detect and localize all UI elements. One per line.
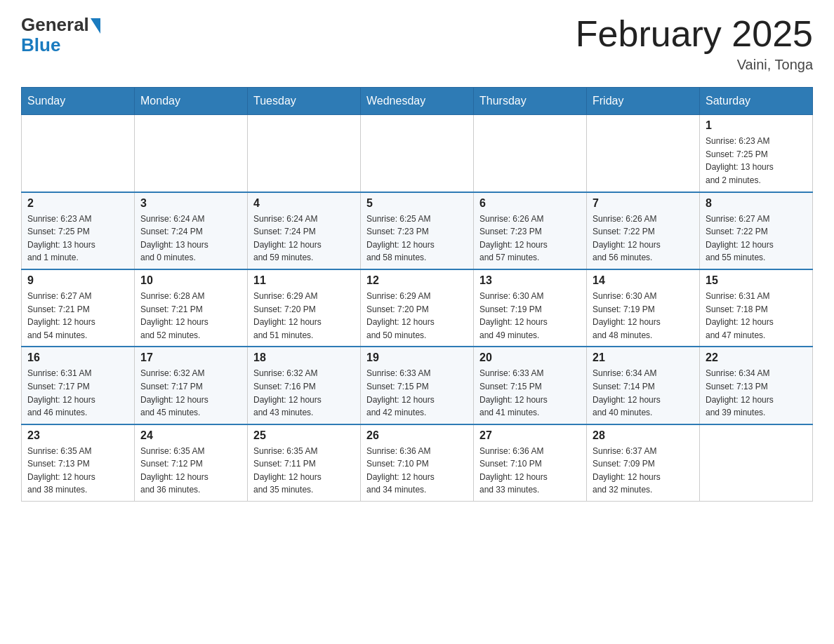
calendar-table: SundayMondayTuesdayWednesdayThursdayFrid…: [21, 87, 813, 502]
logo-triangle-icon: [91, 18, 100, 34]
day-info: Sunrise: 6:30 AM Sunset: 7:19 PM Dayligh…: [479, 290, 581, 342]
day-number: 24: [140, 429, 241, 442]
calendar-cell: 12Sunrise: 6:29 AM Sunset: 7:20 PM Dayli…: [361, 269, 474, 347]
calendar-cell: 2Sunrise: 6:23 AM Sunset: 7:25 PM Daylig…: [22, 192, 135, 269]
day-info: Sunrise: 6:26 AM Sunset: 7:22 PM Dayligh…: [593, 213, 694, 264]
calendar-cell: [248, 115, 361, 192]
day-info: Sunrise: 6:31 AM Sunset: 7:18 PM Dayligh…: [706, 290, 807, 342]
weekday-header-friday: Friday: [587, 88, 700, 115]
calendar-cell: [22, 115, 135, 192]
day-info: Sunrise: 6:32 AM Sunset: 7:16 PM Dayligh…: [253, 367, 355, 419]
day-info: Sunrise: 6:34 AM Sunset: 7:13 PM Dayligh…: [706, 367, 807, 419]
day-number: 26: [366, 429, 468, 442]
day-number: 4: [253, 197, 355, 210]
day-info: Sunrise: 6:24 AM Sunset: 7:24 PM Dayligh…: [253, 213, 355, 264]
day-info: Sunrise: 6:27 AM Sunset: 7:22 PM Dayligh…: [706, 213, 807, 264]
day-number: 10: [140, 274, 241, 287]
calendar-cell: 19Sunrise: 6:33 AM Sunset: 7:15 PM Dayli…: [361, 347, 474, 424]
calendar-cell: 6Sunrise: 6:26 AM Sunset: 7:23 PM Daylig…: [474, 192, 587, 269]
calendar-cell: 5Sunrise: 6:25 AM Sunset: 7:23 PM Daylig…: [361, 192, 474, 269]
calendar-cell: 25Sunrise: 6:35 AM Sunset: 7:11 PM Dayli…: [248, 424, 361, 502]
calendar-week-row: 9Sunrise: 6:27 AM Sunset: 7:21 PM Daylig…: [22, 269, 813, 347]
calendar-cell: 14Sunrise: 6:30 AM Sunset: 7:19 PM Dayli…: [587, 269, 700, 347]
calendar-cell: 21Sunrise: 6:34 AM Sunset: 7:14 PM Dayli…: [587, 347, 700, 424]
calendar-cell: 8Sunrise: 6:27 AM Sunset: 7:22 PM Daylig…: [700, 192, 813, 269]
calendar-cell: 24Sunrise: 6:35 AM Sunset: 7:12 PM Dayli…: [135, 424, 248, 502]
day-number: 5: [366, 197, 468, 210]
day-info: Sunrise: 6:36 AM Sunset: 7:10 PM Dayligh…: [479, 445, 581, 497]
day-info: Sunrise: 6:31 AM Sunset: 7:17 PM Dayligh…: [27, 367, 128, 419]
day-info: Sunrise: 6:28 AM Sunset: 7:21 PM Dayligh…: [140, 290, 241, 342]
day-info: Sunrise: 6:33 AM Sunset: 7:15 PM Dayligh…: [366, 367, 468, 419]
calendar-cell: 23Sunrise: 6:35 AM Sunset: 7:13 PM Dayli…: [22, 424, 135, 502]
day-info: Sunrise: 6:26 AM Sunset: 7:23 PM Dayligh…: [479, 213, 581, 264]
day-info: Sunrise: 6:33 AM Sunset: 7:15 PM Dayligh…: [479, 367, 581, 419]
day-number: 17: [140, 351, 241, 364]
day-number: 12: [366, 274, 468, 287]
day-number: 20: [479, 351, 581, 364]
day-info: Sunrise: 6:24 AM Sunset: 7:24 PM Dayligh…: [140, 213, 241, 264]
weekday-header-thursday: Thursday: [474, 88, 587, 115]
day-number: 1: [706, 119, 807, 132]
month-title: February 2025: [576, 14, 813, 54]
calendar-cell: 16Sunrise: 6:31 AM Sunset: 7:17 PM Dayli…: [22, 347, 135, 424]
day-number: 28: [593, 429, 694, 442]
weekday-header-tuesday: Tuesday: [248, 88, 361, 115]
weekday-header-row: SundayMondayTuesdayWednesdayThursdayFrid…: [22, 88, 813, 115]
day-number: 14: [593, 274, 694, 287]
day-number: 2: [27, 197, 128, 210]
weekday-header-wednesday: Wednesday: [361, 88, 474, 115]
logo: General Blue: [21, 14, 100, 56]
calendar-cell: 18Sunrise: 6:32 AM Sunset: 7:16 PM Dayli…: [248, 347, 361, 424]
calendar-cell: 26Sunrise: 6:36 AM Sunset: 7:10 PM Dayli…: [361, 424, 474, 502]
day-info: Sunrise: 6:35 AM Sunset: 7:13 PM Dayligh…: [27, 445, 128, 497]
day-info: Sunrise: 6:34 AM Sunset: 7:14 PM Dayligh…: [593, 367, 694, 419]
calendar-cell: 15Sunrise: 6:31 AM Sunset: 7:18 PM Dayli…: [700, 269, 813, 347]
day-number: 8: [706, 197, 807, 210]
weekday-header-sunday: Sunday: [22, 88, 135, 115]
day-number: 15: [706, 274, 807, 287]
calendar-week-row: 23Sunrise: 6:35 AM Sunset: 7:13 PM Dayli…: [22, 424, 813, 502]
day-info: Sunrise: 6:29 AM Sunset: 7:20 PM Dayligh…: [366, 290, 468, 342]
day-info: Sunrise: 6:35 AM Sunset: 7:12 PM Dayligh…: [140, 445, 241, 497]
logo-blue-text: Blue: [21, 34, 60, 56]
day-info: Sunrise: 6:27 AM Sunset: 7:21 PM Dayligh…: [27, 290, 128, 342]
calendar-cell: 4Sunrise: 6:24 AM Sunset: 7:24 PM Daylig…: [248, 192, 361, 269]
calendar-cell: [700, 424, 813, 502]
calendar-week-row: 2Sunrise: 6:23 AM Sunset: 7:25 PM Daylig…: [22, 192, 813, 269]
calendar-cell: 13Sunrise: 6:30 AM Sunset: 7:19 PM Dayli…: [474, 269, 587, 347]
calendar-cell: [135, 115, 248, 192]
day-info: Sunrise: 6:29 AM Sunset: 7:20 PM Dayligh…: [253, 290, 355, 342]
day-number: 25: [253, 429, 355, 442]
day-number: 6: [479, 197, 581, 210]
calendar-cell: 10Sunrise: 6:28 AM Sunset: 7:21 PM Dayli…: [135, 269, 248, 347]
day-number: 18: [253, 351, 355, 364]
calendar-cell: 1Sunrise: 6:23 AM Sunset: 7:25 PM Daylig…: [700, 115, 813, 192]
day-info: Sunrise: 6:37 AM Sunset: 7:09 PM Dayligh…: [593, 445, 694, 497]
calendar-cell: 7Sunrise: 6:26 AM Sunset: 7:22 PM Daylig…: [587, 192, 700, 269]
day-number: 11: [253, 274, 355, 287]
calendar-week-row: 1Sunrise: 6:23 AM Sunset: 7:25 PM Daylig…: [22, 115, 813, 192]
calendar-week-row: 16Sunrise: 6:31 AM Sunset: 7:17 PM Dayli…: [22, 347, 813, 424]
location-label: Vaini, Tonga: [576, 57, 813, 73]
day-number: 22: [706, 351, 807, 364]
calendar-cell: 27Sunrise: 6:36 AM Sunset: 7:10 PM Dayli…: [474, 424, 587, 502]
day-number: 27: [479, 429, 581, 442]
calendar-cell: [587, 115, 700, 192]
calendar-cell: 9Sunrise: 6:27 AM Sunset: 7:21 PM Daylig…: [22, 269, 135, 347]
day-info: Sunrise: 6:35 AM Sunset: 7:11 PM Dayligh…: [253, 445, 355, 497]
day-number: 19: [366, 351, 468, 364]
calendar-cell: 11Sunrise: 6:29 AM Sunset: 7:20 PM Dayli…: [248, 269, 361, 347]
weekday-header-monday: Monday: [135, 88, 248, 115]
day-info: Sunrise: 6:30 AM Sunset: 7:19 PM Dayligh…: [593, 290, 694, 342]
day-number: 16: [27, 351, 128, 364]
day-number: 23: [27, 429, 128, 442]
calendar-cell: [361, 115, 474, 192]
calendar-cell: 17Sunrise: 6:32 AM Sunset: 7:17 PM Dayli…: [135, 347, 248, 424]
day-number: 7: [593, 197, 694, 210]
day-info: Sunrise: 6:25 AM Sunset: 7:23 PM Dayligh…: [366, 213, 468, 264]
calendar-cell: 28Sunrise: 6:37 AM Sunset: 7:09 PM Dayli…: [587, 424, 700, 502]
day-number: 13: [479, 274, 581, 287]
calendar-cell: 22Sunrise: 6:34 AM Sunset: 7:13 PM Dayli…: [700, 347, 813, 424]
weekday-header-saturday: Saturday: [700, 88, 813, 115]
